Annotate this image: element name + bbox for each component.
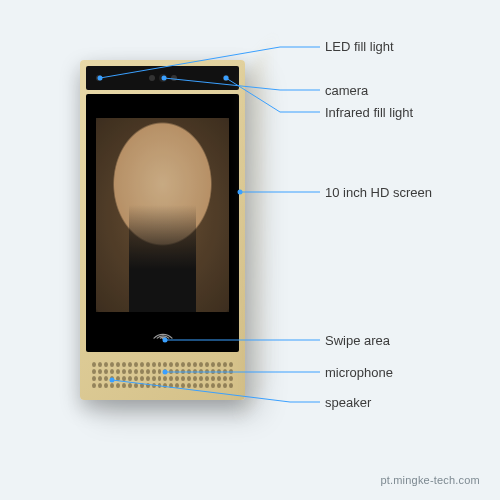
- watermark-text: pt.mingke-tech.com: [380, 474, 480, 486]
- pin-speaker: [110, 378, 115, 383]
- speaker-grille: [86, 360, 239, 390]
- label-microphone: microphone: [325, 365, 393, 380]
- pin-swipe: [163, 338, 168, 343]
- label-speaker: speaker: [325, 395, 371, 410]
- speaker-area: [86, 356, 239, 394]
- label-screen-10in: 10 inch HD screen: [325, 185, 432, 200]
- label-swipe-area: Swipe area: [325, 333, 390, 348]
- label-camera: camera: [325, 83, 368, 98]
- pin-camera: [162, 76, 167, 81]
- pin-screen: [238, 190, 243, 195]
- device-body: [80, 60, 245, 400]
- ir-dot: [171, 75, 177, 81]
- face-preview: [96, 118, 229, 312]
- ir-dot: [149, 75, 155, 81]
- pin-mic: [163, 370, 168, 375]
- display-screen: [86, 94, 239, 352]
- pin-led: [98, 76, 103, 81]
- pin-ir: [224, 76, 229, 81]
- label-infrared-fill-light: Infrared fill light: [325, 105, 413, 120]
- label-led-fill-light: LED fill light: [325, 39, 394, 54]
